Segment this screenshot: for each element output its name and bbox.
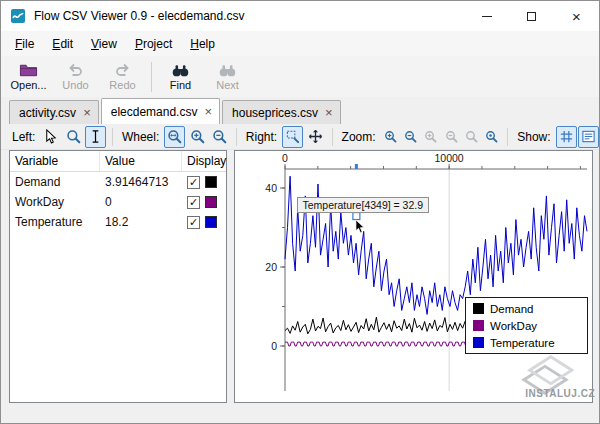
tab-label: activity.csv	[19, 106, 76, 120]
display-checkbox[interactable]: ✓	[187, 216, 200, 229]
chart-legend: Demand WorkDay Temperature	[465, 297, 588, 354]
svg-text:0: 0	[282, 152, 288, 164]
tab-houseprices-csv[interactable]: houseprices.csv ×	[222, 100, 341, 124]
zoom-in-x-button	[421, 126, 440, 148]
wheel-zoom-in-button[interactable]	[186, 126, 207, 148]
zoom-out-icon	[404, 130, 417, 143]
find-button[interactable]: Find	[157, 58, 204, 96]
zoom-in-button[interactable]	[381, 126, 400, 148]
right-zoom-box-button[interactable]	[282, 126, 303, 148]
legend-row: Demand	[466, 300, 587, 317]
svg-text:40: 40	[265, 182, 277, 194]
tab-bar: activity.csv × elecdemand.csv × housepri…	[1, 97, 599, 124]
magnifier-icon	[66, 129, 81, 144]
minimize-icon	[482, 16, 492, 17]
menu-file[interactable]: File	[6, 33, 43, 55]
zoom-out-button[interactable]	[401, 126, 420, 148]
left-pointer-button[interactable]	[40, 126, 61, 148]
wheel-zoom-out-button[interactable]	[209, 126, 230, 148]
right-pan-button[interactable]	[304, 126, 325, 148]
variable-value: 18.2	[100, 215, 182, 229]
series-color-swatch[interactable]	[205, 196, 217, 208]
tab-activity-csv[interactable]: activity.csv ×	[9, 100, 99, 124]
panel-splitter[interactable]	[227, 150, 234, 403]
menu-project[interactable]: Project	[126, 33, 181, 55]
tab-close-icon[interactable]: ×	[83, 106, 91, 119]
series-color-swatch[interactable]	[205, 216, 217, 228]
main-split-area: Variable Value Display Demand 3.91464713…	[9, 150, 593, 403]
find-next-icon	[218, 62, 237, 78]
table-header-row: Variable Value Display	[10, 151, 226, 172]
variable-value: 3.91464713	[100, 175, 182, 189]
maximize-button[interactable]	[509, 2, 554, 31]
grid-icon	[559, 129, 574, 144]
app-window: Flow CSV Viewer 0.9 - elecdemand.csv × F…	[0, 0, 600, 424]
close-icon: ×	[572, 9, 581, 24]
find-next-button: Next	[204, 58, 251, 96]
zoom-region-icon	[285, 129, 300, 144]
zoom-in-x-icon	[424, 130, 437, 143]
pointer-cursor-icon	[43, 129, 58, 144]
menu-view[interactable]: View	[82, 33, 126, 55]
zoom-reset-button[interactable]	[482, 126, 501, 148]
svg-text:20: 20	[265, 261, 277, 273]
legend-label-demand: Demand	[490, 303, 533, 315]
tab-close-icon[interactable]: ×	[325, 106, 333, 119]
wheel-zoom-horizontal-button[interactable]	[164, 126, 185, 148]
undo-icon	[66, 62, 85, 78]
tab-close-icon[interactable]: ×	[204, 105, 212, 118]
magnifier-minus-icon	[212, 129, 227, 144]
show-grid-button[interactable]	[556, 126, 577, 148]
main-toolbar: Open... Undo Redo Find Next	[1, 56, 599, 97]
table-row-demand[interactable]: Demand 3.91464713 ✓	[10, 172, 226, 192]
column-header-variable[interactable]: Variable	[10, 151, 100, 171]
legend-icon	[581, 129, 596, 144]
find-binoculars-icon	[171, 62, 190, 78]
zoom-reset-icon	[485, 130, 498, 143]
legend-label-workday: WorkDay	[490, 320, 537, 332]
table-row-temperature[interactable]: Temperature 18.2 ✓	[10, 212, 226, 232]
display-checkbox[interactable]: ✓	[187, 196, 200, 209]
table-row-workday[interactable]: WorkDay 0 ✓	[10, 192, 226, 212]
legend-swatch-workday	[473, 320, 484, 331]
chart-tooltip: Temperature[4349] = 32.9	[297, 197, 430, 213]
show-legend-button[interactable]	[578, 126, 599, 148]
variable-name: Demand	[10, 175, 100, 189]
redo-icon	[113, 62, 132, 78]
legend-label-temperature: Temperature	[490, 337, 555, 349]
group-separator	[112, 128, 113, 146]
zoom-out-x-button	[441, 126, 460, 148]
redo-label: Redo	[109, 79, 135, 91]
zoom-label: Zoom:	[342, 130, 376, 144]
column-header-value[interactable]: Value	[100, 151, 182, 171]
display-checkbox[interactable]: ✓	[187, 176, 200, 189]
left-zoom-button[interactable]	[63, 126, 84, 148]
undo-label: Undo	[62, 79, 88, 91]
open-button[interactable]: Open...	[5, 58, 52, 96]
zoom-in-icon	[384, 130, 397, 143]
left-ibeam-button[interactable]	[85, 126, 106, 148]
show-label: Show:	[517, 130, 550, 144]
title-bar: Flow CSV Viewer 0.9 - elecdemand.csv ×	[1, 1, 599, 31]
zoom-undo-button	[462, 126, 481, 148]
legend-row: Temperature	[466, 334, 587, 351]
undo-button: Undo	[52, 58, 99, 96]
tab-elecdemand-csv[interactable]: elecdemand.csv ×	[101, 98, 220, 124]
close-button[interactable]: ×	[554, 2, 599, 31]
find-next-label: Next	[216, 79, 239, 91]
variable-name: WorkDay	[10, 195, 100, 209]
legend-swatch-demand	[473, 303, 484, 314]
menu-edit[interactable]: Edit	[43, 33, 82, 55]
pan-move-icon	[308, 129, 323, 144]
column-header-display[interactable]: Display	[182, 151, 226, 171]
zoom-undo-icon	[465, 130, 478, 143]
tab-label: houseprices.csv	[232, 106, 318, 120]
variable-value: 0	[100, 195, 182, 209]
svg-text:0: 0	[271, 340, 277, 352]
magnifier-horizontal-icon	[167, 129, 182, 144]
group-separator	[507, 128, 508, 146]
menu-help[interactable]: Help	[181, 33, 224, 55]
right-mouse-label: Right:	[246, 130, 277, 144]
series-color-swatch[interactable]	[205, 176, 217, 188]
minimize-button[interactable]	[464, 2, 509, 31]
